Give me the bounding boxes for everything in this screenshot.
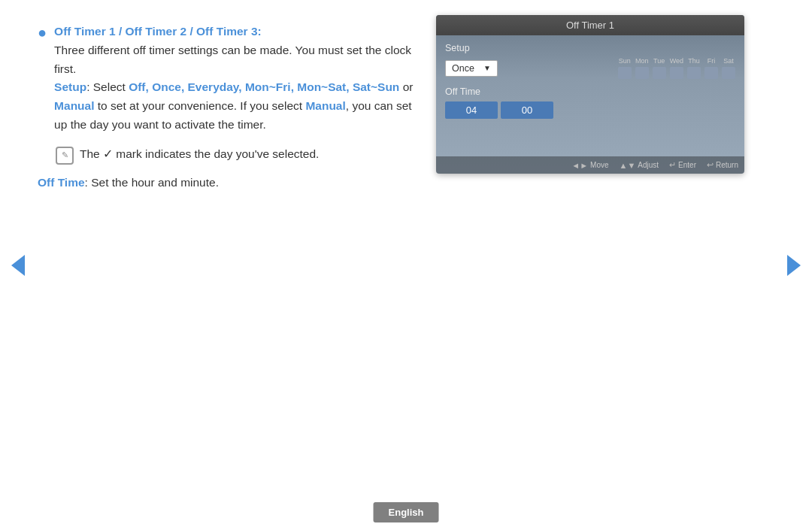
- off-time-section: Off Time: Set the hour and minute.: [38, 174, 414, 192]
- off-time-label-inline: Off Time: [38, 176, 85, 189]
- footer-move-label: Move: [590, 161, 608, 169]
- off-time-desc: : Set the hour and minute.: [85, 176, 219, 189]
- tv-screen: Off Timer 1 Setup Once ▼ Sun: [436, 15, 744, 174]
- note-icon: ✎: [56, 147, 74, 165]
- day-label-sat: Sat: [723, 57, 734, 65]
- note-block: ✎ The ✓ mark indicates the day you've se…: [56, 145, 414, 165]
- nav-right-button[interactable]: [783, 255, 804, 276]
- day-col-wed: Wed: [670, 57, 683, 79]
- day-square-sat[interactable]: [722, 67, 735, 79]
- tv-offtime-label: Off Time: [445, 86, 735, 97]
- footer-hint-enter: ↵ Enter: [669, 160, 696, 170]
- footer-hint-adjust: ▲▼ Adjust: [620, 161, 659, 170]
- day-col-mon: Mon: [635, 57, 649, 79]
- dropdown-arrow-icon: ▼: [483, 64, 491, 72]
- tv-body: Setup Once ▼ Sun Mon: [436, 35, 744, 156]
- setup-label-inline: Setup: [54, 80, 86, 93]
- right-arrow-icon: [787, 255, 801, 276]
- day-label-thu: Thu: [688, 57, 700, 65]
- day-square-mon[interactable]: [635, 67, 649, 79]
- day-col-tue: Tue: [653, 57, 666, 79]
- day-square-thu[interactable]: [687, 67, 701, 79]
- tv-title-bar: Off Timer 1: [436, 15, 744, 35]
- bullet-body: Off Timer 1 / Off Timer 2 / Off Timer 3:…: [54, 23, 414, 135]
- footer-hint-return: ↩ Return: [707, 160, 738, 170]
- day-label-wed: Wed: [670, 57, 683, 65]
- note-text: The ✓ mark indicates the day you've sele…: [80, 145, 319, 164]
- bullet-item: ● Off Timer 1 / Off Timer 2 / Off Timer …: [38, 23, 414, 135]
- spacer: [445, 128, 735, 150]
- day-label-mon: Mon: [635, 57, 649, 65]
- day-col-thu: Thu: [687, 57, 701, 79]
- bullet-dot: ●: [38, 24, 47, 135]
- setup-options: Off, Once, Everyday, Mon~Fri, Mon~Sat, S…: [129, 80, 399, 93]
- manual-label: Manual: [54, 99, 94, 112]
- bullet-desc1: Three different off timer settings can b…: [54, 44, 411, 75]
- footer-return-label: Return: [716, 161, 738, 169]
- day-squares: Sun Mon Tue Wed: [502, 57, 735, 79]
- day-square-fri[interactable]: [704, 67, 718, 79]
- tv-title: Off Timer 1: [566, 20, 614, 31]
- enter-icon: ↵: [669, 160, 676, 170]
- footer-hint-move: ◄► Move: [571, 161, 608, 170]
- day-col-sun: Sun: [618, 57, 632, 79]
- once-value: Once: [452, 63, 474, 74]
- tv-time-row: 04 00: [445, 101, 735, 119]
- move-icon: ◄►: [571, 161, 588, 170]
- once-dropdown[interactable]: Once ▼: [445, 60, 498, 77]
- day-square-wed[interactable]: [670, 67, 683, 79]
- tv-setup-row: Once ▼ Sun Mon Tue: [445, 57, 735, 79]
- setup-suffix: to set at your convenience. If you selec…: [95, 99, 306, 112]
- time-minute[interactable]: 00: [501, 101, 553, 119]
- adjust-icon: ▲▼: [620, 161, 636, 170]
- day-label-fri: Fri: [707, 57, 716, 65]
- language-button[interactable]: English: [374, 502, 439, 522]
- language-bar: English: [374, 502, 439, 522]
- setup-options-suffix: or: [399, 80, 413, 93]
- tv-footer: ◄► Move ▲▼ Adjust ↵ Enter ↩ Return: [436, 156, 744, 174]
- day-square-sun[interactable]: [618, 67, 632, 79]
- tv-setup-label: Setup: [445, 43, 735, 53]
- day-col-sat: Sat: [722, 57, 735, 79]
- return-icon: ↩: [707, 160, 714, 170]
- day-square-tue[interactable]: [653, 67, 666, 79]
- nav-left-button[interactable]: [8, 255, 29, 276]
- bullet-title: Off Timer 1 / Off Timer 2 / Off Timer 3:: [54, 25, 262, 38]
- manual-label2: Manual: [305, 99, 345, 112]
- time-hour[interactable]: 04: [445, 101, 498, 119]
- setup-options-prefix: : Select: [86, 80, 129, 93]
- main-content: ● Off Timer 1 / Off Timer 2 / Off Timer …: [38, 15, 774, 492]
- day-col-fri: Fri: [704, 57, 718, 79]
- left-arrow-icon: [11, 255, 25, 276]
- ui-panel: Off Timer 1 Setup Once ▼ Sun: [436, 15, 744, 492]
- text-panel: ● Off Timer 1 / Off Timer 2 / Off Timer …: [38, 15, 414, 492]
- day-label-sun: Sun: [619, 57, 631, 65]
- footer-enter-label: Enter: [678, 161, 696, 169]
- day-label-tue: Tue: [653, 57, 665, 65]
- footer-adjust-label: Adjust: [638, 161, 659, 169]
